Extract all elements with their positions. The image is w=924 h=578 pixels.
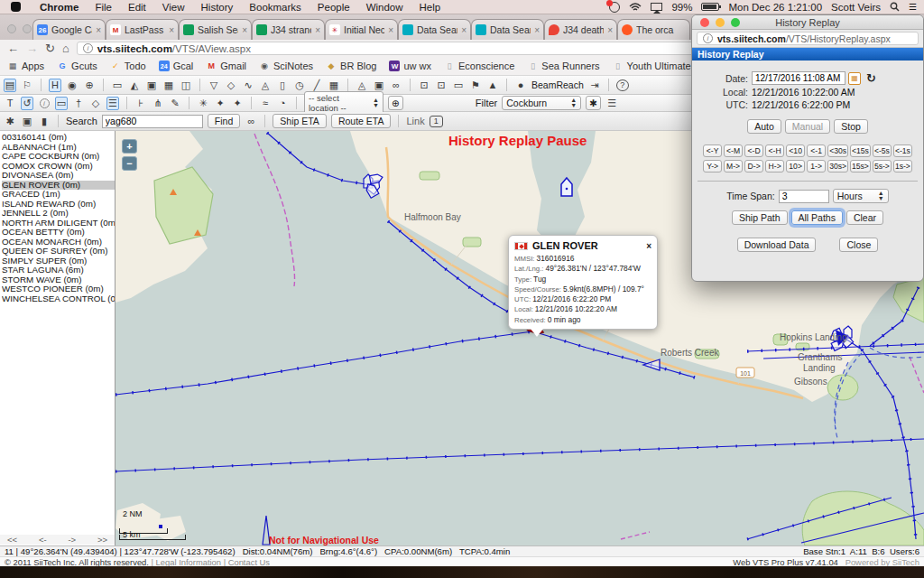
step-fwd-30s[interactable]: 30s>: [827, 160, 848, 172]
vessel-row[interactable]: OCEAN MONARCH (0m): [2, 238, 115, 247]
route-eta-button[interactable]: Route ETA: [331, 114, 392, 128]
bookmark-youth-ultimate[interactable]: ▯Youth Ultimate: [613, 61, 691, 71]
popup-omnibox[interactable]: i vts.siitech.com/VTS/HistoryReplay.aspx: [697, 32, 919, 45]
replay-date-input[interactable]: [752, 71, 845, 85]
minimize-window-icon[interactable]: [716, 18, 725, 27]
tab-data-search-1[interactable]: Data Searc×: [398, 19, 471, 40]
tools-icon[interactable]: ✱: [4, 115, 16, 128]
step-fwd-1min[interactable]: 1->: [807, 160, 826, 172]
bookmark-sea-runners[interactable]: ▯Sea Runners: [527, 61, 599, 71]
menu-people[interactable]: People: [310, 2, 358, 13]
step-fwd-month[interactable]: M->: [724, 160, 743, 172]
auto-button[interactable]: Auto: [747, 119, 781, 134]
page-info-icon[interactable]: i: [83, 43, 93, 53]
diamond-zone-icon[interactable]: ◇: [89, 97, 102, 110]
step-back-1min[interactable]: <-1: [807, 144, 826, 157]
list-panel-icon[interactable]: ☰: [106, 97, 119, 110]
tab-data-search-2[interactable]: Data Searc×: [471, 19, 544, 40]
step-fwd-1s[interactable]: 1s->: [893, 160, 912, 172]
page-info-icon[interactable]: i: [703, 33, 713, 43]
app-update-icon[interactable]: [609, 2, 620, 13]
calendar-picker-icon[interactable]: ▦: [848, 72, 861, 85]
vessel-row-selected[interactable]: GLEN ROVER (0m): [2, 181, 115, 191]
tab-lastpass[interactable]: M LastPass V×: [106, 19, 179, 40]
filter-funnel-icon[interactable]: ▽: [208, 79, 220, 92]
vessel-row[interactable]: QUEEN OF SURREY (0m): [2, 247, 115, 256]
bookmark-gcuts[interactable]: GGcuts: [57, 61, 97, 71]
stop-button[interactable]: Stop: [834, 119, 868, 134]
step-fwd-10min[interactable]: 10>: [786, 160, 805, 172]
airplay-icon[interactable]: [651, 3, 662, 11]
step-back-hour[interactable]: <-H: [765, 144, 784, 157]
zone-polygon-icon[interactable]: ◇: [225, 79, 237, 92]
overview-map-icon[interactable]: ◭: [128, 79, 141, 92]
back-button[interactable]: ←: [7, 42, 19, 55]
menu-window[interactable]: Window: [358, 2, 411, 13]
pin-icon[interactable]: †: [72, 97, 85, 110]
step-back-day[interactable]: <-D: [744, 144, 763, 157]
target-box2-icon[interactable]: ⊡: [435, 79, 448, 92]
window-traffic-lights[interactable]: [700, 18, 740, 27]
vessel-row[interactable]: NORTH ARM DILIGENT (0m): [2, 219, 115, 228]
bookmark-br-blog[interactable]: ◆BR Blog: [326, 61, 376, 71]
notification-center-icon[interactable]: ☰: [909, 2, 917, 12]
filter-settings-button[interactable]: ✱: [586, 96, 601, 110]
bookmark-gcal[interactable]: 24Gcal: [159, 61, 194, 71]
reload-button[interactable]: ↻: [45, 42, 55, 55]
vessel-row[interactable]: GRACED (1m): [2, 190, 115, 200]
flag-tool-icon[interactable]: ⚐: [21, 79, 33, 92]
menu-history[interactable]: History: [193, 2, 242, 13]
bookmark-econscience[interactable]: ▯Econscience: [444, 61, 514, 71]
tab-close-icon[interactable]: ×: [534, 25, 540, 35]
alarm-bell-icon[interactable]: ◬: [259, 79, 272, 92]
split-view-icon[interactable]: ◫: [180, 79, 192, 92]
step-back-5s[interactable]: <-5s: [873, 144, 892, 157]
logout-icon[interactable]: ⇥: [588, 79, 601, 92]
filter-list-icon[interactable]: ☰: [605, 97, 618, 110]
window-titlebar[interactable]: History Replay: [692, 15, 923, 30]
route-path-icon[interactable]: ∿: [242, 79, 254, 92]
menu-bookmarks[interactable]: Bookmarks: [241, 2, 310, 13]
tab-j34-death[interactable]: J34 death×: [544, 19, 617, 40]
step-fwd-5s[interactable]: 5s->: [873, 160, 892, 172]
step-back-1s[interactable]: <-1s: [893, 144, 912, 157]
step-back-month[interactable]: <-M: [724, 144, 743, 157]
vessel-row[interactable]: ALBANNACH (1m): [2, 143, 115, 153]
gauge-icon[interactable]: ◔: [276, 97, 289, 110]
range-marker-icon[interactable]: ⊦: [134, 97, 147, 110]
tab-close-icon[interactable]: ×: [315, 25, 320, 35]
vessel-row[interactable]: STAR LAGUNA (6m): [2, 266, 115, 275]
bearing-marker-icon[interactable]: ⋔: [152, 97, 164, 110]
pager-first[interactable]: <<: [7, 535, 17, 545]
zoom-window-icon[interactable]: [731, 18, 740, 27]
flag-marker-icon[interactable]: ⚑: [469, 79, 482, 92]
menubar-user[interactable]: Scott Veirs: [831, 2, 881, 13]
vessel-row[interactable]: JENNELL 2 (0m): [2, 209, 115, 219]
step-fwd-day[interactable]: D->: [744, 160, 763, 172]
bookmark-todo[interactable]: ✓Todo: [110, 61, 146, 71]
bookmark-apps[interactable]: ▦Apps: [7, 61, 44, 71]
ship-eta-button[interactable]: Ship ETA: [273, 114, 327, 128]
alert-bell-icon[interactable]: ◬: [356, 79, 368, 92]
tab-salish-sea[interactable]: Salish Sea×: [179, 19, 252, 40]
undo-icon[interactable]: ↺: [21, 97, 33, 110]
viewport-icon[interactable]: ▭: [111, 79, 124, 92]
grid-overlay-icon[interactable]: ▦: [162, 79, 175, 92]
menu-chrome[interactable]: Chrome: [32, 2, 87, 13]
goto-location-button[interactable]: ⊕: [388, 96, 403, 110]
history-replay-window[interactable]: History Replay i vts.siitech.com/VTS/His…: [691, 14, 924, 282]
measure-ruler-icon[interactable]: ✎: [169, 97, 181, 110]
hybrid-map-icon[interactable]: H: [49, 79, 61, 92]
satellite-globe-icon[interactable]: ◉: [66, 79, 79, 92]
warning-triangle-icon[interactable]: ▲: [486, 79, 499, 92]
vessel-row[interactable]: ISLAND REWARD (0m): [2, 200, 115, 210]
message-icon[interactable]: ▭: [452, 79, 465, 92]
tab-close-icon[interactable]: ×: [607, 25, 613, 35]
bookmark-scinotes[interactable]: ◉SciNotes: [259, 61, 313, 71]
vessel-row[interactable]: WESTCO PIONEER (0m): [2, 284, 115, 294]
target-box-icon[interactable]: ⊡: [418, 79, 430, 92]
user-account-label[interactable]: BeamReach: [531, 79, 584, 90]
spotlight-search-icon[interactable]: [890, 2, 900, 12]
documents-icon[interactable]: ▣: [373, 79, 385, 92]
ship-path-button[interactable]: Ship Path: [732, 210, 788, 225]
